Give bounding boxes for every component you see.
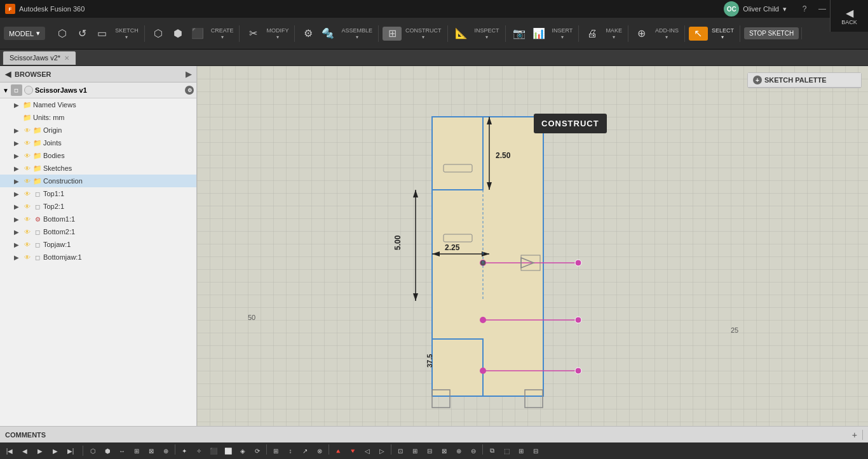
eye-top1[interactable]: 👁 [23,189,32,198]
eye-origin[interactable]: 👁 [23,126,32,135]
bottom-tool-18[interactable]: 🔻 [346,444,360,457]
bottom-tool-7[interactable]: ✦ [177,444,191,457]
browser-item-bottom1[interactable]: ▶ 👁 ⚙ Bottom1:1 [0,213,196,225]
addins-tool-1[interactable]: ⊕ [632,27,651,41]
browser-item-units[interactable]: 📁 Units: mm [0,111,196,124]
expand-top2[interactable]: ▶ [11,201,22,211]
expand-bottomjaw[interactable]: ▶ [11,252,22,262]
assemble-tool-1[interactable]: ⚙ [299,27,318,41]
back-button[interactable]: ◀ BACK [830,0,868,32]
expand-named-views[interactable]: ▶ [11,100,22,110]
sketch-tool-2[interactable]: ↺ [72,27,92,41]
timeline-first-button[interactable]: |◀ [3,444,17,457]
timeline-next-button[interactable]: ▶ [48,444,62,457]
expand-bottom1[interactable]: ▶ [11,214,22,224]
active-tab[interactable]: ScissorJaws v2* ✕ [3,51,76,65]
assemble-dropdown[interactable]: ASSEMBLE ▾ [338,25,376,42]
timeline-last-button[interactable]: ▶| [64,444,78,457]
sketch-palette-expand-icon[interactable]: + [753,76,762,84]
bottom-tool-27[interactable]: ⧉ [485,444,499,457]
eye-joints[interactable]: 👁 [23,138,32,147]
sketch-palette-header[interactable]: + SKETCH PALETTE [748,73,861,88]
browser-item-bottomjaw[interactable]: ▶ 👁 ◻ Bottomjaw:1 [0,251,196,263]
bottom-tool-16[interactable]: ⊗ [313,444,327,457]
construct-dropdown[interactable]: CONSTRUCT ▾ [402,25,445,42]
eye-top2[interactable]: 👁 [23,202,32,211]
insert-tool-2[interactable]: 📊 [529,27,548,41]
bottom-tool-5[interactable]: ⊠ [144,444,158,457]
make-tool-1[interactable]: 🖨 [583,27,602,41]
create-tool-1[interactable]: ⬡ [149,27,168,41]
eye-bottom2[interactable]: 👁 [23,227,32,236]
browser-item-top1[interactable]: ▶ 👁 ◻ Top1:1 [0,187,196,200]
modify-dropdown[interactable]: MODIFY ▾ [263,25,292,42]
browser-collapse-button[interactable]: ▶ [186,70,191,79]
bottom-tool-20[interactable]: ▷ [375,444,389,457]
bottom-tool-12[interactable]: ⟳ [250,444,264,457]
expand-bottom2[interactable]: ▶ [11,227,22,237]
bottom-tool-6[interactable]: ⊕ [159,444,173,457]
expand-collapse-icon[interactable]: ◀ [5,70,11,79]
bottom-tool-30[interactable]: ⊟ [529,444,543,457]
bottom-tool-4[interactable]: ⊞ [130,444,144,457]
select-dropdown[interactable]: SELECT ▾ [709,25,737,42]
expand-construction[interactable]: ▶ [11,176,22,186]
user-dropdown-arrow[interactable]: ▾ [783,5,787,13]
eye-construction[interactable]: 👁 [23,176,32,185]
expand-bodies[interactable]: ▶ [11,150,22,161]
eye-topjaw[interactable]: 👁 [23,240,32,249]
bottom-tool-15[interactable]: ↗ [298,444,312,457]
eye-sketches[interactable]: 👁 [23,164,32,173]
create-tool-2[interactable]: ⬢ [168,27,187,41]
bottom-tool-26[interactable]: ⊖ [466,444,480,457]
expand-joints[interactable]: ▶ [11,138,22,148]
bottom-tool-28[interactable]: ⬚ [499,444,513,457]
model-dropdown[interactable]: MODEL ▾ [4,27,45,40]
inspect-dropdown[interactable]: INSPECT ▾ [471,25,503,42]
sketch-dropdown[interactable]: SKETCH ▾ [112,25,142,42]
modify-tool-1[interactable]: ✂ [243,27,262,41]
bottom-tool-11[interactable]: ◈ [236,444,250,457]
expand-sketches[interactable]: ▶ [11,163,22,173]
bottom-tool-24[interactable]: ⊠ [437,444,451,457]
construct-tool-1[interactable]: ⊞ [383,27,402,41]
browser-item-bottom2[interactable]: ▶ 👁 ◻ Bottom2:1 [0,225,196,238]
insert-tool-1[interactable]: 📷 [510,27,529,41]
browser-item-construction[interactable]: ▶ 👁 📁 Construction [0,175,196,187]
eye-bottom1[interactable]: 👁 [23,215,32,223]
stop-sketch-button[interactable]: STOP SKETCH [744,27,799,39]
minimize-button[interactable]: — [817,4,827,14]
bottom-tool-22[interactable]: ⊞ [408,444,422,457]
create-dropdown[interactable]: CREATE ▾ [208,25,237,42]
bottom-tool-9[interactable]: ⬛ [207,444,220,457]
bottom-tool-3[interactable]: ↔ [115,444,129,457]
sketch-tool-1[interactable]: ⬡ [53,27,72,41]
root-expand-icon[interactable]: ▼ [3,87,9,94]
browser-item-topjaw[interactable]: ▶ 👁 ◻ Topjaw:1 [0,238,196,251]
make-dropdown[interactable]: MAKE ▾ [602,25,625,42]
browser-item-top2[interactable]: ▶ 👁 ◻ Top2:1 [0,200,196,213]
bottom-tool-25[interactable]: ⊕ [452,444,466,457]
bottom-tool-29[interactable]: ⊞ [514,444,528,457]
eye-bottomjaw[interactable]: 👁 [23,253,32,262]
expand-topjaw[interactable]: ▶ [11,239,22,249]
inspect-tool-1[interactable]: 📐 [452,27,471,41]
bottom-tool-17[interactable]: 🔺 [331,444,345,457]
bottom-tool-14[interactable]: ↕ [283,444,297,457]
addins-dropdown[interactable]: ADD-INS ▾ [652,25,682,42]
create-tool-3[interactable]: ⬛ [188,27,207,41]
assemble-tool-2[interactable]: 🔩 [318,27,337,41]
bottom-tool-8[interactable]: ✧ [192,444,206,457]
browser-item-origin[interactable]: ▶ 👁 📁 Origin [0,124,196,136]
root-visibility-icon[interactable] [24,86,33,95]
bottom-tool-2[interactable]: ⬢ [100,444,114,457]
add-comment-button[interactable]: + [852,430,857,440]
bottom-tool-23[interactable]: ⊟ [423,444,437,457]
select-tool-1[interactable]: ↖ [689,27,708,41]
root-settings-button[interactable]: ⚙ [185,86,194,95]
insert-dropdown[interactable]: INSERT ▾ [549,25,576,42]
bottom-tool-1[interactable]: ⬡ [86,444,100,457]
browser-root-item[interactable]: ▼ ◻ ScissorJaws v1 ⚙ [0,83,196,98]
canvas-area[interactable]: 2.50 2.25 5.00 37.5 [197,66,868,426]
expand-top1[interactable]: ▶ [11,189,22,199]
